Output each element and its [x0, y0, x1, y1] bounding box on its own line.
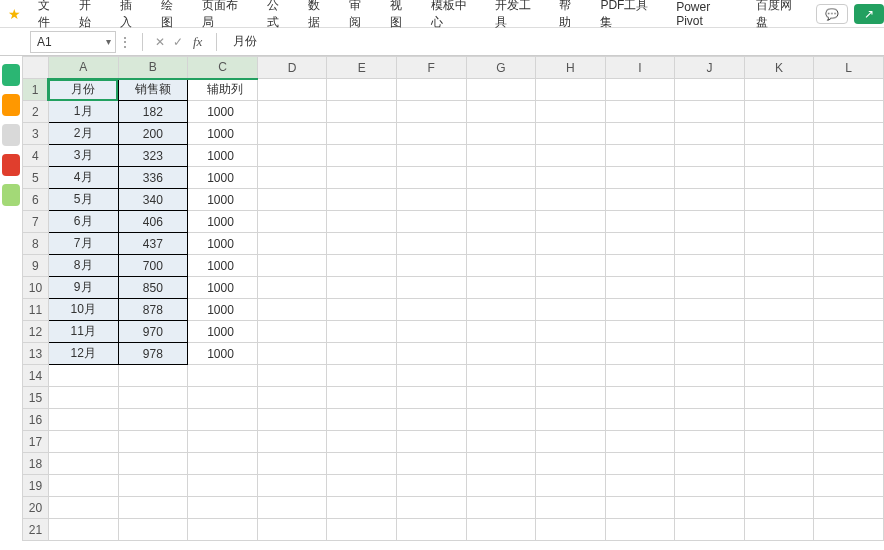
cell-B20[interactable] — [118, 497, 188, 519]
column-header-F[interactable]: F — [396, 57, 466, 79]
cell-L5[interactable] — [814, 167, 884, 189]
cell-I19[interactable] — [605, 475, 675, 497]
row-header-16[interactable]: 16 — [23, 409, 49, 431]
row-header-5[interactable]: 5 — [23, 167, 49, 189]
cell-I2[interactable] — [605, 101, 675, 123]
cell-E13[interactable] — [327, 343, 397, 365]
menu-item-Power Pivot[interactable]: Power Pivot — [668, 0, 746, 32]
cell-G8[interactable] — [466, 233, 536, 255]
cell-F4[interactable] — [396, 145, 466, 167]
cell-A2[interactable]: 1月 — [48, 101, 118, 123]
cell-A13[interactable]: 12月 — [48, 343, 118, 365]
cell-G2[interactable] — [466, 101, 536, 123]
column-header-C[interactable]: C — [188, 57, 258, 79]
cell-C2[interactable]: 1000 — [188, 101, 258, 123]
cell-C17[interactable] — [188, 431, 258, 453]
cell-I13[interactable] — [605, 343, 675, 365]
cell-G18[interactable] — [466, 453, 536, 475]
cell-H4[interactable] — [536, 145, 606, 167]
cell-I11[interactable] — [605, 299, 675, 321]
cell-H11[interactable] — [536, 299, 606, 321]
row-header-20[interactable]: 20 — [23, 497, 49, 519]
cell-K11[interactable] — [744, 299, 814, 321]
cell-B12[interactable]: 970 — [118, 321, 188, 343]
cancel-icon[interactable]: ✕ — [151, 35, 169, 49]
cell-F17[interactable] — [396, 431, 466, 453]
cell-B9[interactable]: 700 — [118, 255, 188, 277]
cell-A21[interactable] — [48, 519, 118, 541]
cell-E3[interactable] — [327, 123, 397, 145]
cell-E18[interactable] — [327, 453, 397, 475]
cell-F20[interactable] — [396, 497, 466, 519]
cell-B18[interactable] — [118, 453, 188, 475]
cell-F8[interactable] — [396, 233, 466, 255]
cell-G11[interactable] — [466, 299, 536, 321]
cell-D15[interactable] — [257, 387, 327, 409]
cell-J14[interactable] — [675, 365, 745, 387]
cell-G17[interactable] — [466, 431, 536, 453]
cell-L7[interactable] — [814, 211, 884, 233]
cell-J9[interactable] — [675, 255, 745, 277]
cell-H7[interactable] — [536, 211, 606, 233]
cell-E19[interactable] — [327, 475, 397, 497]
cell-A14[interactable] — [48, 365, 118, 387]
cell-C20[interactable] — [188, 497, 258, 519]
cell-K12[interactable] — [744, 321, 814, 343]
cell-H5[interactable] — [536, 167, 606, 189]
cell-B2[interactable]: 182 — [118, 101, 188, 123]
cell-K13[interactable] — [744, 343, 814, 365]
cell-L18[interactable] — [814, 453, 884, 475]
cell-G4[interactable] — [466, 145, 536, 167]
cell-D14[interactable] — [257, 365, 327, 387]
cell-E7[interactable] — [327, 211, 397, 233]
cell-L1[interactable] — [814, 79, 884, 101]
name-box[interactable]: A1 ▾ — [30, 31, 116, 53]
cell-F16[interactable] — [396, 409, 466, 431]
cell-I12[interactable] — [605, 321, 675, 343]
cell-A4[interactable]: 3月 — [48, 145, 118, 167]
cell-H18[interactable] — [536, 453, 606, 475]
cell-A11[interactable]: 10月 — [48, 299, 118, 321]
cell-A19[interactable] — [48, 475, 118, 497]
spreadsheet-area[interactable]: ABCDEFGHIJKL1月份销售额辅助列21月182100032月200100… — [22, 56, 884, 550]
cell-C9[interactable]: 1000 — [188, 255, 258, 277]
cell-F21[interactable] — [396, 519, 466, 541]
cell-B1[interactable]: 销售额 — [118, 79, 188, 101]
confirm-icon[interactable]: ✓ — [169, 35, 187, 49]
cell-K21[interactable] — [744, 519, 814, 541]
options-icon[interactable]: ⋮ — [116, 34, 134, 50]
comments-button[interactable] — [816, 4, 848, 24]
menu-item-插入[interactable]: 插入 — [112, 0, 151, 35]
cell-C6[interactable]: 1000 — [188, 189, 258, 211]
cell-D20[interactable] — [257, 497, 327, 519]
formula-input[interactable]: 月份 — [225, 33, 884, 50]
row-header-18[interactable]: 18 — [23, 453, 49, 475]
cell-J8[interactable] — [675, 233, 745, 255]
cell-D17[interactable] — [257, 431, 327, 453]
cell-D13[interactable] — [257, 343, 327, 365]
side-badge[interactable] — [2, 124, 20, 146]
cell-L19[interactable] — [814, 475, 884, 497]
cell-K16[interactable] — [744, 409, 814, 431]
row-header-10[interactable]: 10 — [23, 277, 49, 299]
cell-E20[interactable] — [327, 497, 397, 519]
cell-C12[interactable]: 1000 — [188, 321, 258, 343]
cell-G6[interactable] — [466, 189, 536, 211]
cell-C15[interactable] — [188, 387, 258, 409]
cell-J15[interactable] — [675, 387, 745, 409]
cell-B17[interactable] — [118, 431, 188, 453]
row-header-11[interactable]: 11 — [23, 299, 49, 321]
cell-G16[interactable] — [466, 409, 536, 431]
cell-I10[interactable] — [605, 277, 675, 299]
cell-F13[interactable] — [396, 343, 466, 365]
cell-D6[interactable] — [257, 189, 327, 211]
cell-A20[interactable] — [48, 497, 118, 519]
cell-B7[interactable]: 406 — [118, 211, 188, 233]
cell-F9[interactable] — [396, 255, 466, 277]
cell-J7[interactable] — [675, 211, 745, 233]
cell-I9[interactable] — [605, 255, 675, 277]
cell-B13[interactable]: 978 — [118, 343, 188, 365]
cell-J2[interactable] — [675, 101, 745, 123]
cell-A8[interactable]: 7月 — [48, 233, 118, 255]
cell-K4[interactable] — [744, 145, 814, 167]
